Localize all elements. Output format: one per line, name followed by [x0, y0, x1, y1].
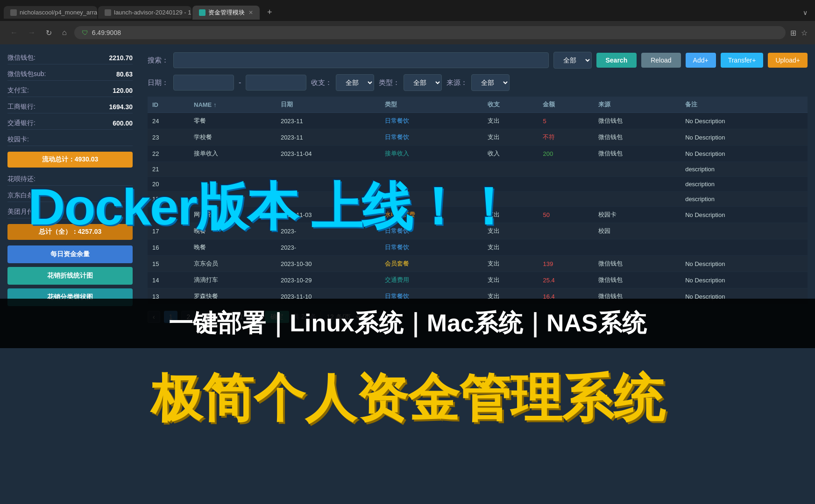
cell-type: 日常餐饮 [380, 239, 482, 256]
tab-3-close[interactable]: ✕ [248, 9, 253, 16]
tab-3[interactable]: 资金管理模块 ✕ [192, 6, 260, 20]
home-button[interactable]: ⌂ [59, 27, 70, 39]
cell-inout: 支出 [483, 272, 539, 288]
cell-type: 水电话房费 [380, 207, 482, 223]
table-row: 24 零餐 2023-11 日常餐饮 支出 5 微信钱包 No Descript… [148, 113, 808, 129]
cell-id: 21 [148, 162, 189, 177]
alipay-label: 支付宝: [7, 86, 29, 95]
cell-source [594, 192, 680, 207]
expense-pie-button[interactable]: 花销分类饼状图 [7, 288, 133, 306]
add-button[interactable]: Add+ [686, 53, 716, 68]
balance-alipay: 支付宝: 120.00 [7, 84, 133, 97]
cell-amount [538, 177, 594, 192]
goto-label: 到第 [215, 313, 228, 321]
back-button[interactable]: ← [7, 27, 21, 39]
jd-label: 京东白条: [7, 191, 35, 200]
cell-id: 15 [148, 256, 189, 272]
col-id: ID [148, 97, 189, 113]
cell-date: 2023-11 [276, 113, 380, 129]
cell-amount: 200 [538, 146, 594, 162]
reload-button[interactable]: Reload [641, 53, 680, 68]
cell-date: 2023- [276, 239, 380, 256]
expense-line-button[interactable]: 花销折线统计图 [7, 267, 133, 285]
table-row: 14 滴滴打车 2023-10-29 交通费用 支出 25.4 微信钱包 No … [148, 272, 808, 288]
page-1-button[interactable]: 1 [164, 311, 178, 323]
next-page-button[interactable]: › [199, 311, 212, 323]
type-filter: 类型： 全部 [379, 74, 442, 91]
type-select[interactable]: 全部 [404, 74, 442, 91]
table-row: 18 网费充值 2023-11-03 水电话房费 支出 50 校园卡 No De… [148, 207, 808, 223]
cell-id: 22 [148, 146, 189, 162]
tab-favicon-3 [199, 9, 206, 16]
tab-1-label: nicholascool/p4_money_arra... [20, 9, 97, 16]
cell-inout: 支出 [483, 239, 539, 256]
forward-button[interactable]: → [25, 27, 38, 39]
search-label: 搜索： [148, 56, 169, 65]
liquid-total-banner: 流动总计：4930.03 [7, 152, 133, 168]
cell-note [680, 239, 808, 256]
cell-id: 17 [148, 223, 189, 239]
new-tab-button[interactable]: + [263, 7, 276, 18]
cell-name: 学校餐 [189, 129, 276, 146]
cell-inout [483, 192, 539, 207]
tab-favicon-2 [105, 9, 111, 16]
goto-page-input[interactable] [232, 311, 251, 323]
cell-amount: 50 [538, 207, 594, 223]
cell-type [380, 162, 482, 177]
cell-inout: 支出 [483, 129, 539, 146]
search-button[interactable]: Search [596, 53, 637, 68]
reload-button[interactable]: ↻ [43, 27, 55, 39]
search-input[interactable] [173, 52, 549, 68]
search-scope-select[interactable]: 全部 [553, 52, 592, 69]
cell-type: 日常餐饮 [380, 129, 482, 146]
balance-wechat: 微信钱包: 2210.70 [7, 52, 133, 64]
cell-type: 接单收入 [380, 146, 482, 162]
bookmark-button[interactable]: ☆ [801, 28, 808, 37]
extensions-button[interactable]: ⊞ [790, 28, 796, 37]
cell-type: 日常餐饮 [380, 113, 482, 129]
pagination: ‹ 1 2 › 到第 页 确定 共 24 条 12 条/页 24 条/页 50 … [148, 310, 808, 323]
cell-source: 微信钱包 [594, 288, 680, 305]
cell-date [276, 192, 380, 207]
cell-name: 罗森快餐 [189, 288, 276, 305]
cell-name: 网费充值 [189, 207, 276, 223]
table-row: 23 学校餐 2023-11 日常餐饮 支出 不符 微信钱包 No Descri… [148, 129, 808, 146]
tab-overflow-button[interactable]: ∨ [799, 7, 811, 18]
cell-name: 京东会员 [189, 256, 276, 272]
wechat-label: 微信钱包: [7, 54, 35, 62]
cell-source: 校园卡 [594, 207, 680, 223]
cell-note [680, 223, 808, 239]
cell-type: 日常餐饮 [380, 288, 482, 305]
transfer-button[interactable]: Transfer+ [721, 53, 764, 68]
balance-boc: 交通银行: 600.00 [7, 117, 133, 130]
income-expense-select[interactable]: 全部 [336, 74, 374, 91]
source-select[interactable]: 全部 [471, 74, 510, 91]
per-page-select[interactable]: 12 条/页 24 条/页 50 条/页 [320, 310, 362, 323]
cell-inout: 收入 [483, 146, 539, 162]
table-row: 19 description [148, 192, 808, 207]
cell-inout: 支出 [483, 288, 539, 305]
filter-row: 日期： - 收支： 全部 类型： 全部 来源： 全部 [148, 74, 808, 91]
upload-button[interactable]: Upload+ [768, 53, 808, 68]
goto-confirm-button[interactable]: 确定 [265, 311, 289, 323]
address-input[interactable]: 🛡 6.49:9008 [74, 26, 786, 39]
cell-date: 2023-11 [276, 129, 380, 146]
prev-page-button[interactable]: ‹ [148, 311, 160, 323]
cell-id: 19 [148, 192, 189, 207]
tab-2[interactable]: launch-advisor-20240129 - 1... ✕ [98, 6, 191, 19]
table-row: 17 晚餐 2023- 日常餐饮 支出 校园 [148, 223, 808, 239]
cell-note: description [680, 162, 808, 177]
date-to-input[interactable] [246, 75, 306, 91]
cell-type [380, 192, 482, 207]
cell-source: 微信钱包 [594, 272, 680, 288]
date-from-input[interactable] [173, 75, 234, 91]
tab-1[interactable]: nicholascool/p4_money_arra... ✕ [4, 6, 97, 19]
cell-inout: 支出 [483, 256, 539, 272]
page-2-button[interactable]: 2 [181, 311, 195, 323]
cell-id: 20 [148, 177, 189, 192]
table-header-row: ID NAME ↑ 日期 类型 收支 金额 来源 备注 [148, 97, 808, 113]
col-date: 日期 [276, 97, 380, 113]
cell-inout: 支出 [483, 207, 539, 223]
daily-balance-button[interactable]: 每日资金余量 [7, 245, 133, 263]
browser-chrome: nicholascool/p4_money_arra... ✕ launch-a… [0, 0, 815, 44]
